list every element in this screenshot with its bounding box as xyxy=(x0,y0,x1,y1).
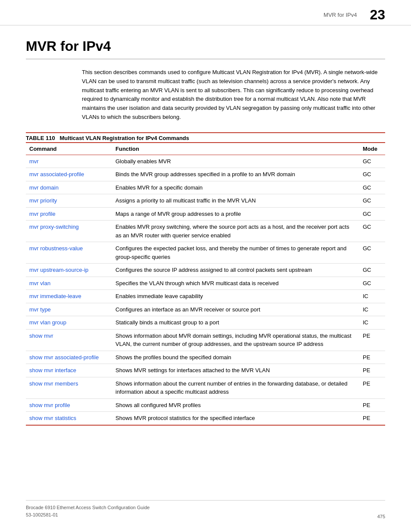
table-row: mvr profileMaps a range of MVR group add… xyxy=(26,207,385,221)
func-cell: Maps a range of MVR group addresses to a… xyxy=(112,207,359,221)
mode-cell: GC xyxy=(359,181,385,194)
header-chapter-num: 23 xyxy=(370,8,385,22)
table-row: mvr typeConfigures an interface as an MV… xyxy=(26,303,385,316)
header-section-label: MVR for IPv4 xyxy=(324,12,357,18)
mode-cell: GC xyxy=(359,264,385,277)
table-row: mvr associated-profileBinds the MVR grou… xyxy=(26,168,385,181)
func-cell: Statically binds a multicast group to a … xyxy=(112,316,359,330)
func-cell: Shows MVR protocol statistics for the sp… xyxy=(112,412,359,425)
mode-cell: PE xyxy=(359,398,385,412)
func-cell: Specifies the VLAN through which MVR mul… xyxy=(112,277,359,290)
table-header-row: Command Function Mode xyxy=(26,143,385,155)
table-row: show mvr profileShows all configured MVR… xyxy=(26,398,385,412)
cmd-cell[interactable]: mvr proxy-switching xyxy=(26,221,112,242)
func-cell: Shows MVR settings for interfaces attach… xyxy=(112,364,359,377)
cmd-cell[interactable]: show mvr interface xyxy=(26,364,112,377)
cmd-cell[interactable]: mvr vlan group xyxy=(26,316,112,330)
chapter-title: MVR for IPv4 xyxy=(26,38,385,59)
table-title: Multicast VLAN Registration for IPv4 Com… xyxy=(60,135,190,141)
mode-cell: IC xyxy=(359,290,385,303)
func-cell: Binds the MVR group addresses specified … xyxy=(112,168,359,181)
mode-cell: IC xyxy=(359,316,385,330)
cmd-cell[interactable]: mvr priority xyxy=(26,194,112,208)
cmd-cell[interactable]: mvr vlan xyxy=(26,277,112,290)
table-row: mvr domainEnables MVR for a specific dom… xyxy=(26,181,385,194)
table-row: show mvrShows information about MVR doma… xyxy=(26,329,385,351)
table-row: mvr robustness-valueConfigures the expec… xyxy=(26,242,385,264)
table-number: 110 xyxy=(46,135,55,141)
cmd-cell[interactable]: mvr profile xyxy=(26,207,112,221)
page-content: MVR for IPv4 This section describes comm… xyxy=(0,25,411,443)
mode-cell: PE xyxy=(359,412,385,425)
mode-cell: PE xyxy=(359,351,385,364)
mode-cell: GC xyxy=(359,277,385,290)
table-row: show mvr statisticsShows MVR protocol st… xyxy=(26,412,385,425)
footer-page-number: 475 xyxy=(377,514,385,519)
cmd-cell[interactable]: show mvr members xyxy=(26,377,112,398)
mode-cell: IC xyxy=(359,303,385,316)
page-footer: Brocade 6910 Ethernet Access Switch Conf… xyxy=(26,500,385,519)
func-cell: Configures the source IP address assigne… xyxy=(112,264,359,277)
cmd-cell[interactable]: mvr domain xyxy=(26,181,112,194)
mode-cell: PE xyxy=(359,364,385,377)
func-cell: Configures an interface as an MVR receiv… xyxy=(112,303,359,316)
cmd-cell[interactable]: show mvr xyxy=(26,329,112,351)
footer-left: Brocade 6910 Ethernet Access Switch Conf… xyxy=(26,504,149,519)
cmd-cell[interactable]: mvr type xyxy=(26,303,112,316)
commands-table: Command Function Mode mvrGlobally enable… xyxy=(26,142,385,426)
table-row: mvr vlanSpecifies the VLAN through which… xyxy=(26,277,385,290)
footer-guide-name: Brocade 6910 Ethernet Access Switch Conf… xyxy=(26,504,149,512)
table-row: mvrGlobally enables MVRGC xyxy=(26,155,385,168)
mode-cell: PE xyxy=(359,329,385,351)
col-function: Function xyxy=(112,143,359,155)
func-cell: Shows all configured MVR profiles xyxy=(112,398,359,412)
func-cell: Shows information about the current numb… xyxy=(112,377,359,398)
mode-cell: GC xyxy=(359,155,385,168)
mode-cell: GC xyxy=(359,221,385,242)
table-row: mvr vlan groupStatically binds a multica… xyxy=(26,316,385,330)
cmd-cell[interactable]: mvr immediate-leave xyxy=(26,290,112,303)
col-mode: Mode xyxy=(359,143,385,155)
page-container: MVR for IPv4 23 MVR for IPv4 This sectio… xyxy=(0,0,411,532)
mode-cell: GC xyxy=(359,242,385,264)
footer-part-number: 53-1002581-01 xyxy=(26,511,149,519)
func-cell: Shows information about MVR domain setti… xyxy=(112,329,359,351)
mode-cell: GC xyxy=(359,194,385,208)
cmd-cell[interactable]: mvr associated-profile xyxy=(26,168,112,181)
func-cell: Globally enables MVR xyxy=(112,155,359,168)
col-command: Command xyxy=(26,143,112,155)
func-cell: Shows the profiles bound the specified d… xyxy=(112,351,359,364)
table-row: mvr proxy-switchingEnables MVR proxy swi… xyxy=(26,221,385,242)
cmd-cell[interactable]: show mvr profile xyxy=(26,398,112,412)
page-header: MVR for IPv4 23 xyxy=(0,0,411,25)
table-caption: TABLE 110 Multicast VLAN Registration fo… xyxy=(26,132,385,141)
cmd-cell[interactable]: mvr robustness-value xyxy=(26,242,112,264)
table-row: show mvr membersShows information about … xyxy=(26,377,385,398)
func-cell: Assigns a priority to all multicast traf… xyxy=(112,194,359,208)
mode-cell: GC xyxy=(359,207,385,221)
func-cell: Enables immediate leave capability xyxy=(112,290,359,303)
mode-cell: GC xyxy=(359,168,385,181)
table-row: mvr upstream-source-ipConfigures the sou… xyxy=(26,264,385,277)
cmd-cell[interactable]: show mvr associated-profile xyxy=(26,351,112,364)
cmd-cell[interactable]: mvr upstream-source-ip xyxy=(26,264,112,277)
intro-paragraph: This section describes commands used to … xyxy=(82,68,385,122)
func-cell: Configures the expected packet loss, and… xyxy=(112,242,359,264)
table-row: mvr immediate-leaveEnables immediate lea… xyxy=(26,290,385,303)
table-row: show mvr interfaceShows MVR settings for… xyxy=(26,364,385,377)
cmd-cell[interactable]: show mvr statistics xyxy=(26,412,112,425)
mode-cell: PE xyxy=(359,377,385,398)
table-label-prefix: TABLE xyxy=(26,135,46,141)
cmd-cell[interactable]: mvr xyxy=(26,155,112,168)
func-cell: Enables MVR proxy switching, where the s… xyxy=(112,221,359,242)
table-row: mvr priorityAssigns a priority to all mu… xyxy=(26,194,385,208)
table-row: show mvr associated-profileShows the pro… xyxy=(26,351,385,364)
func-cell: Enables MVR for a specific domain xyxy=(112,181,359,194)
